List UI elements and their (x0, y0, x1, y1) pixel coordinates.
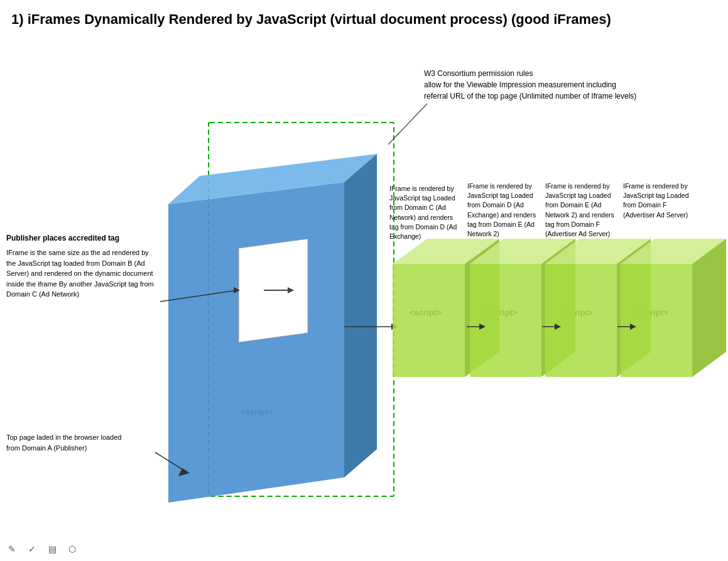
edit-icon[interactable]: ✎ (5, 542, 19, 556)
svg-marker-26 (630, 324, 636, 330)
svg-marker-20 (692, 239, 726, 377)
check-icon[interactable]: ✓ (25, 542, 39, 556)
domain-c-desc: IFrame is rendered by JavaScript tag Loa… (389, 184, 464, 241)
svg-marker-16 (545, 239, 651, 264)
svg-marker-4 (239, 239, 308, 342)
script-label-main: <script> (241, 407, 273, 417)
svg-line-27 (388, 104, 427, 144)
toppage-text: Top page laded in the browser loaded fro… (6, 432, 132, 453)
svg-marker-12 (470, 264, 541, 377)
svg-marker-22 (479, 324, 486, 330)
svg-marker-13 (470, 239, 575, 264)
svg-marker-9 (393, 264, 465, 377)
page-title: 1) iFrames Dynamically Rendered by JavaS… (11, 11, 611, 28)
bottom-toolbar: ✎ ✓ ▤ ⬡ (5, 542, 79, 556)
svg-rect-0 (209, 123, 394, 496)
svg-marker-29 (178, 468, 190, 476)
svg-marker-2 (168, 154, 377, 204)
script-label-c: <script> (410, 308, 442, 317)
svg-marker-1 (168, 182, 344, 503)
svg-line-28 (155, 452, 185, 471)
svg-marker-19 (621, 239, 726, 264)
svg-line-30 (160, 290, 237, 302)
domain-e-desc: IFrame is rendered by JavaScript tag Loa… (545, 182, 619, 239)
publisher-label: Publisher places accredited tag (6, 232, 157, 244)
svg-marker-3 (344, 154, 377, 477)
svg-marker-10 (393, 239, 499, 264)
svg-marker-24 (555, 324, 561, 330)
publisher-text: Publisher places accredited tag IFrame i… (6, 232, 157, 300)
script-label-f: <script> (636, 308, 668, 317)
publisher-body: IFrame is the same size as the ad render… (6, 248, 157, 300)
svg-marker-15 (545, 264, 617, 377)
script-label-d: <script> (486, 308, 518, 317)
list-icon[interactable]: ▤ (45, 542, 59, 556)
w3-consortium-note: W3 Consortium permission rules allow for… (424, 68, 700, 102)
svg-marker-18 (621, 264, 692, 377)
shape-icon[interactable]: ⬡ (65, 542, 79, 556)
domain-d-desc: IFrame is rendered by JavaScript tag Loa… (467, 182, 541, 239)
svg-marker-8 (391, 324, 398, 330)
script-label-e: <script> (561, 308, 593, 317)
svg-marker-31 (234, 287, 240, 293)
svg-marker-6 (288, 287, 294, 293)
domain-f-desc: IFrame is rendered by JavaScript tag Loa… (623, 182, 697, 220)
